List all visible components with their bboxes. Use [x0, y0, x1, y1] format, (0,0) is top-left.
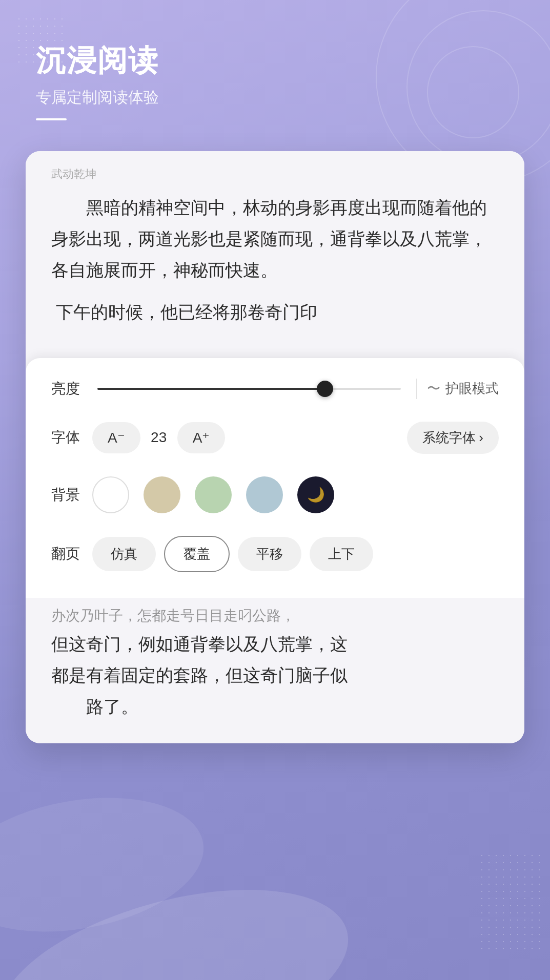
font-type-label: 系统字体: [422, 429, 476, 447]
bottom-text-main: 但这奇门，例如通背拳以及八荒掌，这 都是有着固定的套路，但这奇门脑子似 路了。: [51, 629, 499, 723]
pageturn-fanzhen[interactable]: 仿真: [92, 537, 156, 571]
bg-option-beige[interactable]: [144, 476, 180, 513]
bg-option-dark[interactable]: 🌙: [297, 476, 334, 513]
page-title: 沉浸阅读: [36, 41, 514, 81]
brightness-label: 亮度: [51, 379, 92, 399]
reading-text-paragraph2: 下午的时候，他已经将那卷奇门印: [51, 297, 499, 338]
page-subtitle: 专属定制阅读体验: [36, 87, 514, 108]
bg-option-green[interactable]: [195, 476, 232, 513]
book-title: 武动乾坤: [51, 166, 499, 182]
main-content: 武动乾坤 黑暗的精神空间中，林动的身影再度出现而随着他的身影出现，两道光影也是紧…: [0, 141, 550, 743]
background-row: 背景 🌙: [51, 476, 499, 513]
font-label: 字体: [51, 428, 92, 447]
pageturn-shangxia[interactable]: 上下: [310, 537, 373, 571]
header-divider: [36, 118, 67, 120]
reading-text-paragraph1: 黑暗的精神空间中，林动的身影再度出现而随着他的身影出现，两道光影也是紧随而现，通…: [51, 192, 499, 286]
pageturn-options: 仿真 覆盖 平移 上下: [92, 536, 499, 572]
brightness-slider-thumb[interactable]: [317, 381, 333, 397]
bg-option-blue[interactable]: [246, 476, 283, 513]
eye-icon: 〜: [427, 380, 440, 398]
reading-text-area: 武动乾坤 黑暗的精神空间中，林动的身影再度出现而随着他的身影出现，两道光影也是紧…: [26, 151, 524, 358]
header: 沉浸阅读 专属定制阅读体验: [0, 0, 550, 141]
reading-card: 武动乾坤 黑暗的精神空间中，林动的身影再度出现而随着他的身影出现，两道光影也是紧…: [26, 151, 524, 743]
settings-divider: [416, 379, 417, 399]
bg-options: 🌙: [92, 476, 499, 513]
bg-label: 背景: [51, 485, 92, 505]
font-size-display: 23: [149, 429, 169, 446]
pageturn-label: 翻页: [51, 544, 92, 564]
eye-mode-label: 护眼模式: [445, 380, 499, 398]
settings-panel: 亮度 〜 护眼模式 字体 A⁻ 23: [26, 358, 524, 598]
moon-icon: 🌙: [307, 486, 325, 503]
font-increase-button[interactable]: A⁺: [177, 422, 226, 453]
font-type-button[interactable]: 系统字体 ›: [407, 422, 499, 454]
pageturn-row: 翻页 仿真 覆盖 平移 上下: [51, 536, 499, 572]
font-row: 字体 A⁻ 23 A⁺ 系统字体 ›: [51, 422, 499, 454]
brightness-slider-fill: [97, 388, 325, 390]
brightness-row: 亮度 〜 护眼模式: [51, 379, 499, 399]
chevron-right-icon: ›: [479, 430, 483, 446]
bg-dots-bottomright: [478, 852, 540, 954]
bottom-text-blur: 办次乃叶子，怎都走号日目走叼公路，: [51, 598, 499, 629]
bg-option-white[interactable]: [92, 476, 129, 513]
bottom-text-section: 办次乃叶子，怎都走号日目走叼公路， 但这奇门，例如通背拳以及八荒掌，这 都是有着…: [26, 598, 524, 743]
pageturn-gaigai[interactable]: 覆盖: [164, 536, 230, 572]
brightness-slider-track[interactable]: [97, 388, 401, 390]
font-controls: A⁻ 23 A⁺ 系统字体 ›: [92, 422, 499, 454]
pageturn-pingyi[interactable]: 平移: [238, 537, 301, 571]
font-decrease-button[interactable]: A⁻: [92, 422, 140, 453]
eye-mode-toggle[interactable]: 〜 护眼模式: [427, 380, 499, 398]
brightness-control[interactable]: [92, 388, 406, 390]
